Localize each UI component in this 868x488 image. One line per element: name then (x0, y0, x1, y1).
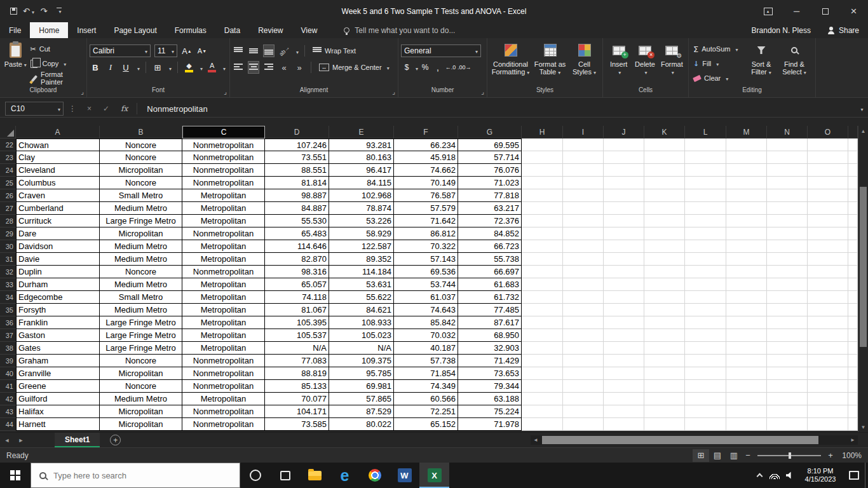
row-header-22[interactable]: 22 (0, 139, 16, 151)
maximize-button[interactable] (811, 0, 839, 22)
cell-G41[interactable]: 79.344 (458, 380, 522, 393)
cell-L31[interactable] (685, 253, 726, 266)
cell-F44[interactable]: 65.152 (394, 418, 458, 431)
cell-D41[interactable]: 85.133 (265, 380, 329, 393)
cell-H43[interactable] (522, 405, 563, 418)
cell-M31[interactable] (726, 253, 767, 266)
increase-indent-button[interactable] (294, 61, 305, 74)
scroll-up-button[interactable] (858, 126, 868, 136)
cell-J26[interactable] (604, 189, 644, 202)
cell-A29[interactable]: Dare (16, 227, 100, 240)
cell-B34[interactable]: Small Metro (100, 291, 182, 304)
cell-E22[interactable]: 93.281 (329, 139, 394, 151)
cell-K32[interactable] (644, 266, 685, 278)
cell-N31[interactable] (767, 253, 808, 266)
cell-B38[interactable]: Large Fringe Metro (100, 342, 182, 355)
align-left-button[interactable] (233, 61, 244, 74)
zoom-slider[interactable] (757, 455, 821, 456)
cell-J23[interactable] (604, 151, 644, 164)
close-button[interactable] (839, 0, 868, 22)
taskbar-clock[interactable]: 8:10 PM 4/15/2023 (797, 467, 843, 484)
cell-D39[interactable]: 77.083 (265, 355, 329, 367)
row-header-35[interactable]: 35 (0, 304, 16, 316)
cell-N23[interactable] (767, 151, 808, 164)
cell-F34[interactable]: 61.037 (394, 291, 458, 304)
cell-P24[interactable] (848, 164, 858, 177)
cell-E33[interactable]: 53.631 (329, 278, 394, 291)
cell-O42[interactable] (808, 393, 848, 405)
cell-M22[interactable] (726, 139, 767, 151)
cell-K24[interactable] (644, 164, 685, 177)
zoom-out-button[interactable]: − (742, 451, 754, 460)
cell-N29[interactable] (767, 227, 808, 240)
cell-P30[interactable] (848, 240, 858, 253)
cell-N22[interactable] (767, 139, 808, 151)
cell-P25[interactable] (848, 177, 858, 189)
cell-A39[interactable]: Graham (16, 355, 100, 367)
cell-I32[interactable] (563, 266, 604, 278)
cell-F40[interactable]: 71.854 (394, 367, 458, 380)
cell-A32[interactable]: Duplin (16, 266, 100, 278)
cell-O39[interactable] (808, 355, 848, 367)
cell-N32[interactable] (767, 266, 808, 278)
cell-A27[interactable]: Cumberland (16, 202, 100, 215)
cell-N43[interactable] (767, 405, 808, 418)
row-header-42[interactable]: 42 (0, 393, 16, 405)
cut-button[interactable]: ✂Cut (29, 43, 84, 55)
cell-F22[interactable]: 66.234 (394, 139, 458, 151)
cell-H29[interactable] (522, 227, 563, 240)
cell-I41[interactable] (563, 380, 604, 393)
cell-P35[interactable] (848, 304, 858, 316)
column-header-O[interactable]: O (808, 126, 848, 139)
align-right-button[interactable] (263, 61, 275, 74)
cell-G25[interactable]: 71.023 (458, 177, 522, 189)
cell-N35[interactable] (767, 304, 808, 316)
cell-E26[interactable]: 102.968 (329, 189, 394, 202)
cell-O38[interactable] (808, 342, 848, 355)
cell-N24[interactable] (767, 164, 808, 177)
cell-K27[interactable] (644, 202, 685, 215)
cell-F35[interactable]: 74.643 (394, 304, 458, 316)
cell-G23[interactable]: 57.714 (458, 151, 522, 164)
row-header-28[interactable]: 28 (0, 215, 16, 227)
enter-button[interactable] (103, 104, 109, 113)
cell-B35[interactable]: Medium Metro (100, 304, 182, 316)
cell-M43[interactable] (726, 405, 767, 418)
cell-O30[interactable] (808, 240, 848, 253)
cell-K33[interactable] (644, 278, 685, 291)
cell-I22[interactable] (563, 139, 604, 151)
cell-M34[interactable] (726, 291, 767, 304)
clipboard-dialog-launcher[interactable] (81, 89, 84, 95)
ribbon-tab-data[interactable]: Data (215, 22, 249, 38)
cell-I33[interactable] (563, 278, 604, 291)
cell-F36[interactable]: 85.842 (394, 316, 458, 329)
page-layout-view-button[interactable] (709, 449, 726, 462)
select-all-button[interactable] (0, 126, 16, 139)
minimize-button[interactable] (782, 0, 811, 22)
cell-I40[interactable] (563, 367, 604, 380)
cell-N25[interactable] (767, 177, 808, 189)
cell-E38[interactable]: N/A (329, 342, 394, 355)
cell-P36[interactable] (848, 316, 858, 329)
shrink-font-button[interactable]: A▼ (196, 44, 208, 57)
cell-M37[interactable] (726, 329, 767, 342)
cell-M35[interactable] (726, 304, 767, 316)
cell-L23[interactable] (685, 151, 726, 164)
cell-F37[interactable]: 70.032 (394, 329, 458, 342)
insert-function-button[interactable]: fx (121, 104, 128, 113)
format-painter-button[interactable]: Format Painter (29, 72, 84, 85)
cell-M29[interactable] (726, 227, 767, 240)
cell-E23[interactable]: 80.163 (329, 151, 394, 164)
cell-G44[interactable]: 71.978 (458, 418, 522, 431)
cell-F31[interactable]: 57.143 (394, 253, 458, 266)
ribbon-tab-insert[interactable]: Insert (68, 22, 105, 38)
cell-I23[interactable] (563, 151, 604, 164)
cell-I44[interactable] (563, 418, 604, 431)
cell-E34[interactable]: 55.622 (329, 291, 394, 304)
cell-J29[interactable] (604, 227, 644, 240)
cell-L29[interactable] (685, 227, 726, 240)
cell-B33[interactable]: Medium Metro (100, 278, 182, 291)
top-align-button[interactable] (233, 44, 244, 57)
cell-J32[interactable] (604, 266, 644, 278)
cell-F43[interactable]: 72.251 (394, 405, 458, 418)
